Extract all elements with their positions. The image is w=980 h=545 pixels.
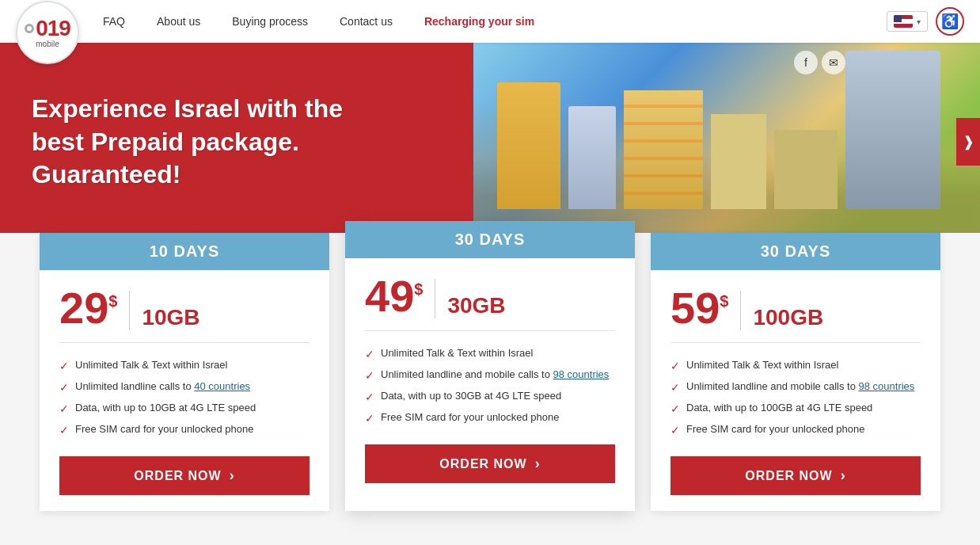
- check-icon: ✓: [670, 402, 680, 415]
- plan-card-30days-59: 30 DAYS 59 $ 100GB ✓ Unlimited Talk & Te…: [651, 233, 940, 511]
- order-button-label: ORDER NOW: [134, 469, 221, 483]
- check-icon: ✓: [365, 412, 374, 425]
- language-selector[interactable]: ▾: [887, 11, 928, 32]
- nav-item-about[interactable]: About us: [157, 15, 200, 28]
- main-nav: FAQ About us Buying process Contact us R…: [103, 15, 887, 28]
- price-divider-30days-49: [435, 279, 435, 318]
- plan-card-30days-49: 30 DAYS 49 $ 30GB ✓ Unlimited Talk & Tex…: [345, 221, 635, 511]
- order-button-label: ORDER NOW: [439, 457, 526, 471]
- check-icon: ✓: [365, 348, 374, 360]
- plan-body-10days: 29 $ 10GB ✓ Unlimited Talk & Text within…: [40, 270, 329, 511]
- price-dollar-30days-49: $: [414, 280, 423, 299]
- feature-text: Unlimited Talk & Text within Israel: [381, 347, 533, 359]
- feature-item: ✓ Data, with up to 10GB at 4G LTE speed: [59, 402, 310, 415]
- building-1: [497, 82, 560, 209]
- check-icon: ✓: [670, 360, 680, 372]
- order-button-10days[interactable]: ORDER NOW ›: [59, 456, 310, 495]
- countries-link-98-49[interactable]: 98 countries: [553, 368, 610, 380]
- order-button-arrow: ›: [230, 467, 235, 484]
- order-button-arrow: ›: [535, 455, 541, 472]
- price-divider-30days-59: [740, 291, 741, 330]
- check-icon: ✓: [365, 369, 374, 382]
- plan-data-30days-49: 30GB: [447, 293, 505, 318]
- nav-item-buying[interactable]: Buying process: [232, 15, 308, 28]
- nav-item-contact[interactable]: Contact us: [340, 15, 393, 28]
- feature-item: ✓ Free SIM card for your unlocked phone: [670, 423, 921, 436]
- hero-image: [473, 43, 980, 241]
- feature-item: ✓ Data, with up to 30GB at 4G LTE speed: [365, 390, 615, 403]
- plan-data-10days: 10GB: [142, 305, 199, 330]
- price-amount-10days: 29 $: [59, 286, 117, 330]
- countries-link-98-59[interactable]: 98 countries: [859, 380, 915, 392]
- building-6: [845, 51, 940, 209]
- feature-item: ✓ Free SIM card for your unlocked phone: [59, 423, 310, 436]
- hero-content: Experience Israel with the best Prepaid …: [32, 93, 364, 192]
- price-dollar-10days: $: [108, 292, 117, 311]
- countries-link-40[interactable]: 40 countries: [194, 380, 250, 392]
- check-icon: ✓: [59, 424, 69, 436]
- feature-text: Unlimited landline calls to 40 countries: [75, 380, 250, 392]
- carousel-arrow-right[interactable]: ❱: [956, 118, 980, 166]
- plan-header-30days-59: 30 DAYS: [651, 233, 940, 270]
- plan-header-30days-49: 30 DAYS: [345, 221, 635, 258]
- feature-item: ✓ Unlimited Talk & Text within Israel: [365, 347, 615, 360]
- chevron-down-icon: ▾: [917, 17, 921, 26]
- feature-text: Unlimited Talk & Text within Israel: [686, 359, 838, 371]
- check-icon: ✓: [670, 424, 680, 436]
- features-list-30days-49: ✓ Unlimited Talk & Text within Israel ✓ …: [365, 347, 615, 425]
- plan-data-30days-59: 100GB: [753, 305, 823, 330]
- logo[interactable]: 019 mobile: [16, 0, 79, 53]
- plan-body-30days-49: 49 $ 30GB ✓ Unlimited Talk & Text within…: [345, 258, 635, 499]
- feature-item: ✓ Unlimited landline calls to 40 countri…: [59, 380, 310, 394]
- price-amount-30days-59: 59 $: [670, 286, 728, 330]
- price-number-30days-59: 59: [670, 286, 720, 330]
- price-amount-30days-49: 49 $: [365, 274, 423, 318]
- feature-text: Free SIM card for your unlocked phone: [75, 423, 253, 435]
- feature-text: Unlimited landline and mobile calls to 9…: [381, 368, 609, 380]
- feature-text: Data, with up to 30GB at 4G LTE speed: [381, 390, 561, 402]
- header: 019 mobile FAQ About us Buying process C…: [0, 0, 980, 43]
- feature-item: ✓ Unlimited Talk & Text within Israel: [670, 359, 921, 372]
- price-number-30days-49: 49: [365, 274, 414, 318]
- facebook-icon[interactable]: f: [794, 51, 818, 74]
- nav-item-recharging[interactable]: Recharging your sim: [424, 15, 534, 28]
- plan-card-10days: 10 DAYS 29 $ 10GB ✓ Unlimited Talk & Tex…: [40, 233, 329, 511]
- nav-item-faq[interactable]: FAQ: [103, 15, 125, 28]
- feature-text: Unlimited landline and mobile calls to 9…: [686, 380, 914, 392]
- order-button-30days-59[interactable]: ORDER NOW ›: [670, 456, 921, 495]
- features-list-10days: ✓ Unlimited Talk & Text within Israel ✓ …: [59, 359, 310, 436]
- check-icon: ✓: [59, 402, 69, 415]
- social-icons: f ✉: [794, 51, 845, 74]
- building-3: [624, 90, 703, 209]
- feature-item: ✓ Unlimited Talk & Text within Israel: [59, 359, 310, 372]
- accessibility-button[interactable]: ♿: [936, 7, 964, 36]
- check-icon: ✓: [365, 391, 374, 403]
- price-divider-10days: [129, 291, 130, 330]
- feature-text: Free SIM card for your unlocked phone: [686, 423, 864, 435]
- check-icon: ✓: [59, 381, 69, 394]
- check-icon: ✓: [670, 381, 680, 394]
- order-button-30days-49[interactable]: ORDER NOW ›: [365, 444, 615, 483]
- building-2: [568, 106, 616, 209]
- order-button-arrow: ›: [841, 467, 846, 484]
- header-right: ▾ ♿: [887, 7, 964, 36]
- hero-section: Experience Israel with the best Prepaid …: [0, 43, 980, 241]
- logo-mobile-text: mobile: [25, 40, 70, 48]
- logo-circle: 019 mobile: [16, 1, 79, 64]
- feature-text: Data, with up to 100GB at 4G LTE speed: [686, 402, 872, 414]
- feature-text: Unlimited Talk & Text within Israel: [75, 359, 227, 371]
- feature-text: Free SIM card for your unlocked phone: [381, 411, 559, 423]
- building-5: [774, 130, 838, 209]
- plan-header-10days: 10 DAYS: [40, 233, 329, 270]
- flag-icon: [894, 15, 913, 28]
- feature-item: ✓ Unlimited landline and mobile calls to…: [365, 368, 615, 382]
- building-4: [711, 114, 766, 209]
- feature-text: Data, with up to 10GB at 4G LTE speed: [75, 402, 256, 414]
- logo-text: 019: [36, 17, 70, 40]
- email-icon[interactable]: ✉: [822, 51, 845, 74]
- hero-title: Experience Israel with the best Prepaid …: [32, 93, 364, 192]
- feature-item: ✓ Data, with up to 100GB at 4G LTE speed: [670, 402, 921, 415]
- price-dollar-30days-59: $: [720, 292, 728, 311]
- price-number-10days: 29: [59, 286, 108, 330]
- check-icon: ✓: [59, 360, 69, 372]
